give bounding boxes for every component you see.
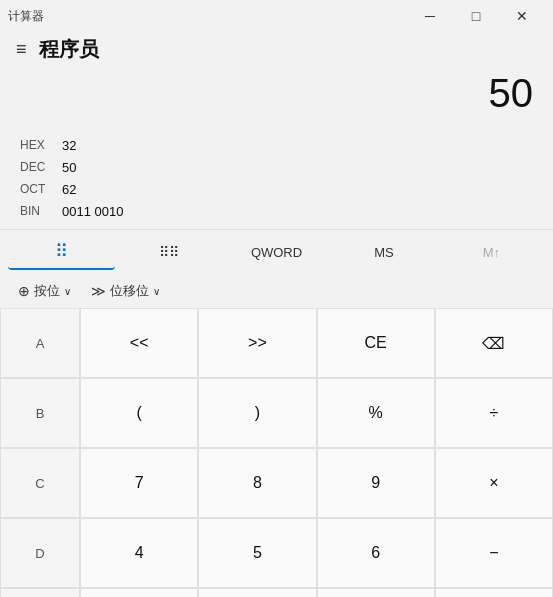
window-title: 计算器 — [8, 8, 44, 25]
memory-bar: ⠿⠿⠿QWORDMSM↑ — [0, 229, 553, 274]
key-6[interactable]: 6 — [317, 518, 435, 588]
hamburger-icon[interactable]: ≡ — [16, 39, 27, 60]
keypad: A<<>>CE⌫B()%÷C789×D456−E123+F+/−0= — [0, 308, 553, 597]
key-÷[interactable]: ÷ — [435, 378, 553, 448]
key-([interactable]: ( — [80, 378, 198, 448]
ops-button-1[interactable]: ≫位移位∨ — [85, 278, 166, 304]
key-)[interactable]: ) — [198, 378, 316, 448]
key-×[interactable]: × — [435, 448, 553, 518]
key-−[interactable]: − — [435, 518, 553, 588]
chevron-down-icon: ∨ — [64, 286, 71, 297]
app-title: 程序员 — [39, 36, 99, 63]
conv-label: HEX — [20, 135, 52, 157]
key-A: A — [0, 308, 80, 378]
ops-icon: ≫ — [91, 283, 106, 299]
conversion-row: OCT62 — [20, 179, 533, 201]
conv-label: OCT — [20, 179, 52, 201]
conversion-row: BIN0011 0010 — [20, 201, 533, 223]
keypad-row-1: B()%÷ — [0, 378, 553, 448]
key-D: D — [0, 518, 80, 588]
ops-label: 位移位 — [110, 282, 149, 300]
key-E: E — [0, 588, 80, 597]
key-C: C — [0, 448, 80, 518]
memory-button-0[interactable]: ⠿ — [8, 234, 115, 270]
ops-button-0[interactable]: ⊕按位∨ — [12, 278, 77, 304]
display-area: 50 — [0, 71, 553, 131]
key-9[interactable]: 9 — [317, 448, 435, 518]
chevron-down-icon: ∨ — [153, 286, 160, 297]
keypad-row-0: A<<>>CE⌫ — [0, 308, 553, 378]
window-controls: ─ □ ✕ — [407, 0, 545, 32]
key-8[interactable]: 8 — [198, 448, 316, 518]
key-<<[interactable]: << — [80, 308, 198, 378]
memory-button-3[interactable]: MS — [330, 234, 437, 270]
key-%[interactable]: % — [317, 378, 435, 448]
key-4[interactable]: 4 — [80, 518, 198, 588]
key-7[interactable]: 7 — [80, 448, 198, 518]
memory-button-2[interactable]: QWORD — [223, 234, 330, 270]
key-⌫[interactable]: ⌫ — [435, 308, 553, 378]
ops-label: 按位 — [34, 282, 60, 300]
key-3[interactable]: 3 — [317, 588, 435, 597]
main-display-value: 50 — [489, 71, 534, 115]
memory-button-4: M↑ — [438, 234, 545, 270]
title-bar: 计算器 ─ □ ✕ — [0, 0, 553, 32]
ops-bar: ⊕按位∨≫位移位∨ — [0, 274, 553, 308]
conversion-row: HEX32 — [20, 135, 533, 157]
conversions-panel: HEX32DEC50OCT62BIN0011 0010 — [0, 131, 553, 229]
maximize-button[interactable]: □ — [453, 0, 499, 32]
key-2[interactable]: 2 — [198, 588, 316, 597]
conv-value: 0011 0010 — [62, 201, 123, 223]
key-5[interactable]: 5 — [198, 518, 316, 588]
keypad-row-2: C789× — [0, 448, 553, 518]
key-1[interactable]: 1 — [80, 588, 198, 597]
key-+[interactable]: + — [435, 588, 553, 597]
conv-value: 62 — [62, 179, 76, 201]
keypad-row-4: E123+ — [0, 588, 553, 597]
key-CE[interactable]: CE — [317, 308, 435, 378]
conv-value: 50 — [62, 157, 76, 179]
conv-label: DEC — [20, 157, 52, 179]
key->>[interactable]: >> — [198, 308, 316, 378]
ops-icon: ⊕ — [18, 283, 30, 299]
keypad-row-3: D456− — [0, 518, 553, 588]
conv-label: BIN — [20, 201, 52, 223]
minimize-button[interactable]: ─ — [407, 0, 453, 32]
app-header: ≡ 程序员 — [0, 32, 553, 71]
key-B: B — [0, 378, 80, 448]
close-button[interactable]: ✕ — [499, 0, 545, 32]
conv-value: 32 — [62, 135, 76, 157]
conversion-row: DEC50 — [20, 157, 533, 179]
memory-button-1[interactable]: ⠿⠿ — [115, 234, 222, 270]
